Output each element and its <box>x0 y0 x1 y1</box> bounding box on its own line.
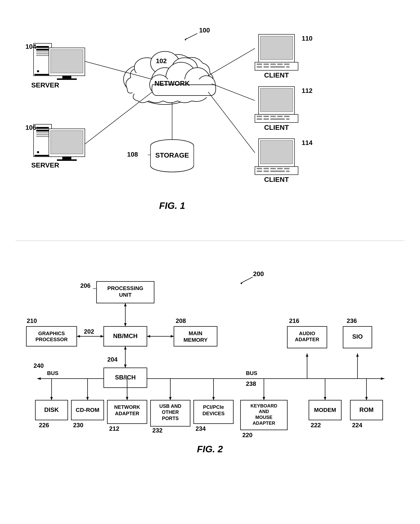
svg-text:MODEM: MODEM <box>314 407 336 413</box>
svg-text:100: 100 <box>199 27 210 34</box>
svg-text:STORAGE: STORAGE <box>155 151 189 159</box>
svg-text:AUDIO: AUDIO <box>299 331 315 336</box>
svg-text:200: 200 <box>253 270 264 278</box>
svg-text:ADAPTER: ADAPTER <box>253 420 275 426</box>
svg-marker-132 <box>77 335 80 338</box>
svg-rect-83 <box>263 118 269 120</box>
svg-text:BUS: BUS <box>47 370 59 376</box>
svg-rect-40 <box>36 130 49 131</box>
svg-rect-63 <box>257 63 262 65</box>
svg-text:DISK: DISK <box>44 406 59 413</box>
svg-rect-79 <box>270 116 276 117</box>
svg-text:PROCESSING: PROCESSING <box>107 285 143 291</box>
svg-text:232: 232 <box>152 427 163 434</box>
svg-rect-33 <box>62 76 71 79</box>
svg-rect-133 <box>26 326 77 346</box>
svg-rect-91 <box>257 168 262 169</box>
svg-text:OTHER: OTHER <box>162 409 179 415</box>
svg-text:USB AND: USB AND <box>159 403 181 409</box>
svg-text:MOUSE: MOUSE <box>255 415 272 420</box>
svg-text:FIG. 2: FIG. 2 <box>197 444 223 454</box>
svg-rect-34 <box>57 79 77 80</box>
svg-marker-166 <box>356 353 359 357</box>
svg-rect-68 <box>257 66 262 68</box>
svg-text:CLIENT: CLIENT <box>264 176 289 183</box>
svg-marker-160 <box>212 397 215 400</box>
svg-rect-80 <box>277 116 283 117</box>
svg-text:220: 220 <box>242 432 253 438</box>
svg-marker-125 <box>171 335 174 338</box>
svg-text:112: 112 <box>302 87 313 94</box>
svg-text:102: 102 <box>156 57 167 64</box>
svg-rect-24 <box>36 46 49 48</box>
svg-rect-69 <box>263 66 269 68</box>
svg-rect-81 <box>284 116 289 117</box>
svg-text:CLIENT: CLIENT <box>264 123 289 131</box>
svg-text:236: 236 <box>347 317 357 324</box>
svg-rect-39 <box>36 127 49 129</box>
fig2-container: 200 PROCESSING UNIT 206 NB/MCH 202 <box>16 256 404 519</box>
svg-text:PORTS: PORTS <box>162 416 179 421</box>
svg-text:ADAPTER: ADAPTER <box>295 337 319 342</box>
svg-text:AND: AND <box>259 409 269 414</box>
svg-rect-95 <box>284 168 289 169</box>
svg-text:PROCESSOR: PROCESSOR <box>35 337 68 342</box>
svg-text:MAIN: MAIN <box>189 330 202 336</box>
svg-text:ROM: ROM <box>359 406 374 413</box>
svg-text:222: 222 <box>311 422 321 428</box>
svg-rect-61 <box>260 36 293 60</box>
svg-line-106 <box>212 84 255 100</box>
svg-rect-41 <box>36 132 49 133</box>
svg-line-105 <box>208 48 255 76</box>
svg-line-107 <box>208 92 255 153</box>
svg-marker-146 <box>37 377 41 380</box>
svg-rect-126 <box>174 326 217 346</box>
svg-text:106: 106 <box>26 124 36 131</box>
svg-rect-98 <box>270 171 285 172</box>
svg-text:NETWORK: NETWORK <box>155 79 190 87</box>
svg-text:230: 230 <box>73 422 83 428</box>
svg-marker-118 <box>124 303 127 306</box>
svg-text:SERVER: SERVER <box>31 81 59 89</box>
svg-text:NB/MCH: NB/MCH <box>113 333 138 340</box>
svg-rect-27 <box>36 53 49 54</box>
svg-rect-82 <box>257 118 262 120</box>
svg-rect-99 <box>286 171 289 172</box>
svg-marker-148 <box>381 377 385 380</box>
fig1-container: 100 <box>16 12 404 241</box>
svg-rect-26 <box>36 52 49 52</box>
svg-marker-124 <box>147 335 150 338</box>
svg-text:104: 104 <box>26 43 36 50</box>
svg-rect-28 <box>36 55 49 56</box>
svg-rect-96 <box>257 171 262 172</box>
svg-text:234: 234 <box>195 425 206 432</box>
svg-rect-71 <box>286 66 289 68</box>
svg-rect-65 <box>270 63 276 65</box>
svg-text:MEMORY: MEMORY <box>184 337 208 343</box>
svg-marker-131 <box>100 335 104 338</box>
svg-rect-70 <box>270 66 285 68</box>
svg-marker-152 <box>50 397 53 400</box>
svg-marker-111 <box>240 282 243 284</box>
svg-text:212: 212 <box>109 425 119 432</box>
svg-text:108: 108 <box>127 151 138 158</box>
svg-rect-78 <box>263 116 269 117</box>
svg-rect-25 <box>36 49 49 51</box>
svg-text:CD-ROM: CD-ROM <box>76 407 99 413</box>
svg-text:114: 114 <box>302 139 313 146</box>
svg-rect-66 <box>277 63 283 65</box>
svg-rect-67 <box>284 63 289 65</box>
svg-text:202: 202 <box>84 328 94 335</box>
svg-marker-154 <box>86 397 89 400</box>
svg-text:240: 240 <box>34 362 44 369</box>
svg-rect-92 <box>263 168 269 169</box>
svg-rect-30 <box>35 74 51 75</box>
svg-text:224: 224 <box>352 422 362 428</box>
svg-rect-47 <box>51 131 83 154</box>
svg-marker-119 <box>124 323 127 327</box>
svg-marker-138 <box>124 346 127 349</box>
svg-rect-43 <box>36 136 49 137</box>
svg-marker-158 <box>169 397 172 400</box>
svg-marker-168 <box>324 397 326 400</box>
svg-rect-32 <box>51 50 83 73</box>
